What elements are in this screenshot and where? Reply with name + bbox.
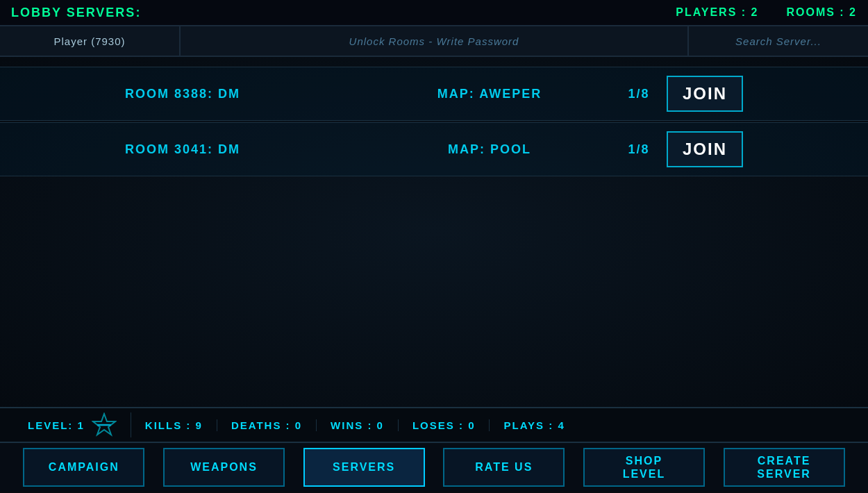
- room-map-1: MAP: AWEPER: [368, 87, 611, 101]
- room-list-area: ROOM 8388: DM MAP: AWEPER 1/8 JOIN ROOM …: [0, 57, 868, 407]
- join-button-2[interactable]: JOIN: [667, 131, 743, 167]
- kills-item: KILLS : 9: [131, 419, 217, 431]
- players-count: PLAYERS : 2: [676, 6, 758, 19]
- room-name-2: ROOM 3041: DM: [125, 142, 368, 157]
- level-label: LEVEL: 1: [28, 419, 85, 431]
- status-bar: LEVEL: 1 KILLS : 9 DEATHS : 0 WINS : 0 L…: [0, 407, 868, 442]
- rooms-count: ROOMS : 2: [786, 6, 857, 19]
- loses-item: LOSES : 0: [399, 419, 490, 431]
- lobby-header: LOBBY SERVERS: PLAYERS : 2 ROOMS : 2: [0, 0, 868, 26]
- level-badge-icon: [92, 412, 117, 437]
- bottom-nav: CAMPAIGN WEAPONS SERVERS RATE US SHOPLEV…: [0, 442, 868, 492]
- subheader: Player (7930) Unlock Rooms - Write Passw…: [0, 26, 868, 57]
- lobby-title: LOBBY SERVERS:: [11, 6, 141, 20]
- room-map-2: MAP: POOL: [368, 142, 611, 157]
- join-button-1[interactable]: JOIN: [667, 76, 743, 112]
- create-server-button[interactable]: CREATESERVER: [724, 448, 845, 487]
- plays-label: PLAYS : 4: [503, 419, 565, 431]
- password-field[interactable]: Unlock Rooms - Write Password: [181, 26, 687, 56]
- table-row: ROOM 8388: DM MAP: AWEPER 1/8 JOIN: [0, 67, 868, 121]
- rate-us-button[interactable]: RATE US: [443, 448, 565, 487]
- loses-label: LOSES : 0: [412, 419, 476, 431]
- room-players-1: 1/8: [611, 87, 667, 101]
- room-players-2: 1/8: [611, 142, 667, 157]
- plays-item: PLAYS : 4: [490, 419, 578, 431]
- weapons-button[interactable]: WEAPONS: [163, 448, 285, 487]
- table-row: ROOM 3041: DM MAP: POOL 1/8 JOIN: [0, 122, 868, 176]
- player-name: Player (7930): [0, 26, 181, 56]
- campaign-button[interactable]: CAMPAIGN: [23, 448, 144, 487]
- room-name-1: ROOM 8388: DM: [125, 87, 368, 101]
- kills-label: KILLS : 9: [145, 419, 203, 431]
- deaths-label: DEATHS : 0: [231, 419, 302, 431]
- level-item: LEVEL: 1: [14, 412, 131, 437]
- servers-button[interactable]: SERVERS: [303, 448, 425, 487]
- wins-label: WINS : 0: [331, 419, 384, 431]
- room-list: ROOM 8388: DM MAP: AWEPER 1/8 JOIN ROOM …: [0, 57, 868, 187]
- search-field[interactable]: Search Server...: [687, 26, 868, 56]
- shop-level-button[interactable]: SHOPLEVEL: [583, 448, 705, 487]
- wins-item: WINS : 0: [317, 419, 399, 431]
- deaths-item: DEATHS : 0: [217, 419, 317, 431]
- header-stats: PLAYERS : 2 ROOMS : 2: [676, 6, 857, 19]
